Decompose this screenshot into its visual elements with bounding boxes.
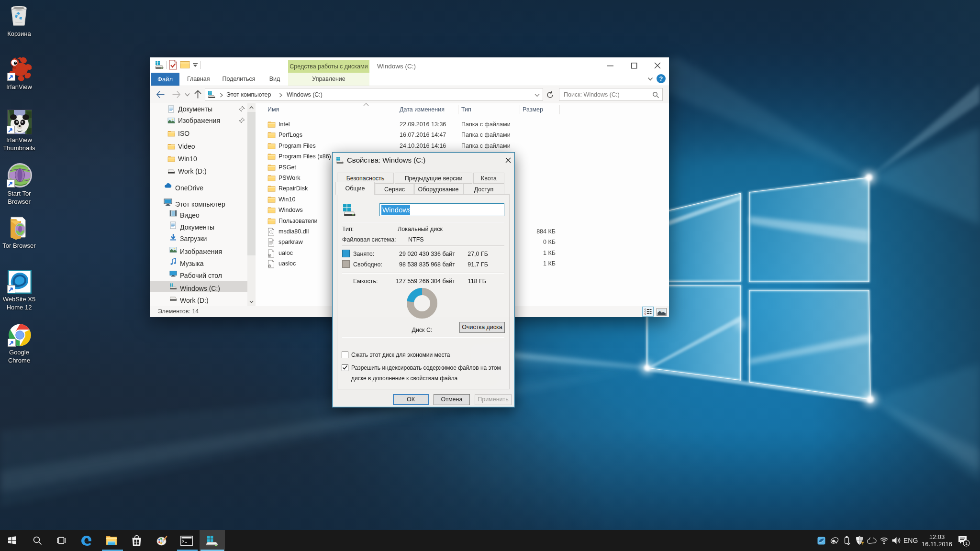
svg-text:1: 1 <box>965 541 968 546</box>
